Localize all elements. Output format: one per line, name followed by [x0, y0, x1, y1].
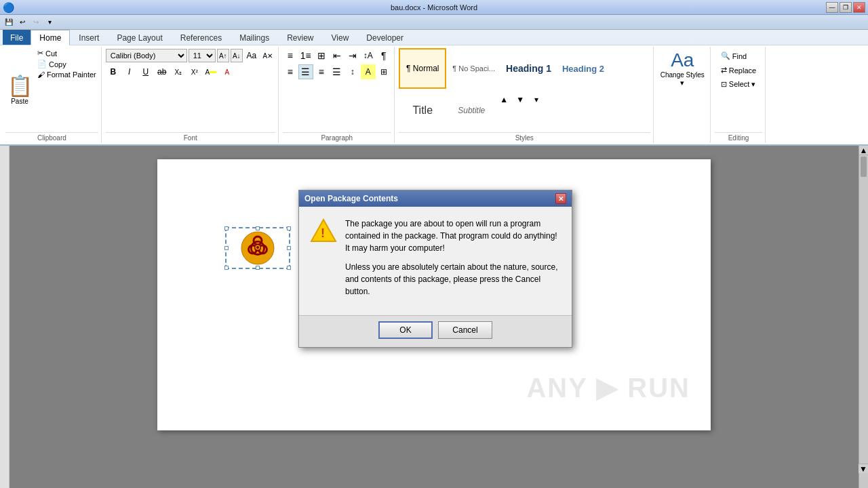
cancel-button[interactable]: Cancel: [438, 321, 492, 339]
dialog-overlay: Open Package Contents ✕ ! The package yo…: [0, 0, 868, 488]
dialog-message: The package you are about to open will r…: [345, 218, 561, 304]
dialog-message-2: Unless you are absolutely certain about …: [345, 261, 561, 298]
svg-text:!: !: [321, 226, 325, 240]
dialog-message-1: The package you are about to open will r…: [345, 218, 561, 254]
open-package-dialog: Open Package Contents ✕ ! The package yo…: [298, 190, 572, 348]
dialog-title-bar: Open Package Contents ✕: [299, 190, 572, 207]
ok-button[interactable]: OK: [378, 321, 433, 339]
dialog-content: ! The package you are about to open will…: [299, 207, 572, 315]
warning-icon-container: !: [310, 218, 337, 245]
dialog-title: Open Package Contents: [304, 194, 398, 203]
dialog-close-button[interactable]: ✕: [555, 193, 566, 204]
dialog-buttons: OK Cancel: [299, 315, 572, 347]
warning-icon-svg: !: [310, 218, 337, 245]
